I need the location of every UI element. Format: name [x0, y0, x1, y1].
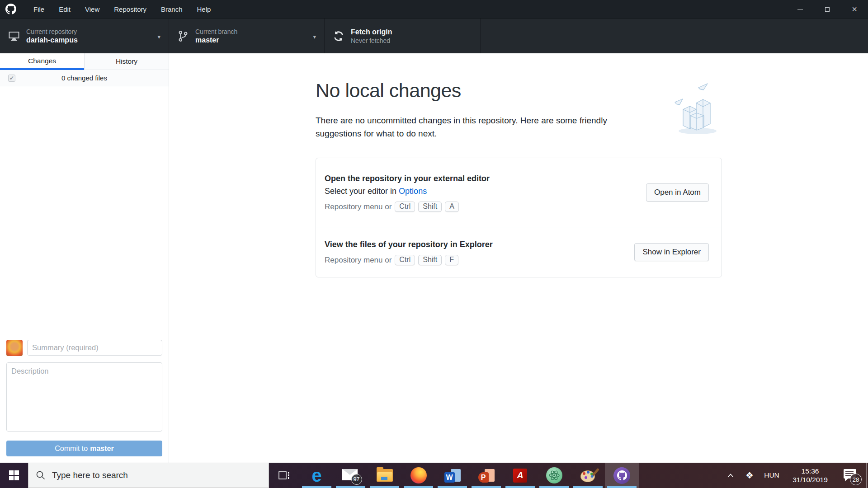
sync-icon	[333, 30, 344, 42]
device-desktop-icon	[8, 30, 20, 42]
task-view-icon	[278, 470, 290, 480]
running-indicator	[472, 486, 501, 488]
windows-logo-icon	[9, 470, 19, 480]
current-branch-label: Current branch	[195, 28, 237, 36]
taskbar-github-desktop[interactable]	[605, 463, 639, 488]
edge-icon: e	[311, 466, 321, 484]
restore-button[interactable]	[814, 0, 841, 18]
github-desktop-window: File Edit View Repository Branch Help × …	[0, 0, 868, 488]
options-link[interactable]: Options	[399, 187, 427, 196]
sidebar-tabs: Changes History	[0, 53, 169, 70]
fetch-origin-button[interactable]: Fetch origin Never fetched	[325, 19, 481, 54]
close-button[interactable]: ×	[841, 0, 868, 18]
menu-help[interactable]: Help	[190, 0, 218, 18]
changed-files-count: 0 changed files	[61, 74, 107, 82]
commit-form: Commit tomaster	[0, 333, 169, 463]
taskbar-search[interactable]	[28, 463, 269, 488]
acrobat-icon: A	[513, 469, 527, 483]
key-f: F	[445, 255, 458, 265]
commit-button[interactable]: Commit tomaster	[6, 441, 162, 456]
taskbar-powerpoint[interactable]: P	[469, 463, 503, 488]
action-center-button[interactable]: 28	[836, 463, 864, 488]
menu-file[interactable]: File	[26, 0, 52, 18]
taskbar-acrobat[interactable]: A	[503, 463, 537, 488]
github-desktop-icon	[613, 467, 630, 484]
shortcut-hint: Repository menu or	[325, 202, 392, 211]
menu-view[interactable]: View	[78, 0, 107, 18]
show-in-explorer-button[interactable]: Show in Explorer	[634, 243, 709, 261]
tab-history[interactable]: History	[84, 53, 169, 70]
commit-button-branch: master	[90, 445, 113, 452]
paint-icon	[580, 469, 596, 482]
commit-description-input[interactable]	[6, 362, 162, 432]
file-explorer-icon	[377, 469, 393, 482]
git-branch-icon	[177, 30, 189, 42]
mail-badge: 97	[351, 474, 362, 485]
menu-edit[interactable]: Edit	[52, 0, 78, 18]
minimize-button[interactable]	[787, 0, 814, 18]
clock[interactable]: 15:36 31/10/2019	[785, 463, 835, 488]
running-indicator	[302, 486, 331, 488]
running-indicator	[336, 486, 365, 488]
shortcut-hint: Repository menu or	[325, 256, 392, 265]
titlebar: File Edit View Repository Branch Help ×	[0, 0, 868, 18]
clock-time: 15:36	[802, 467, 819, 475]
suggestion-show-explorer: View the files of your repository in Exp…	[316, 227, 722, 277]
fetch-origin-status: Never fetched	[351, 37, 392, 45]
notification-badge: 28	[850, 474, 862, 485]
clock-date: 31/10/2019	[793, 475, 828, 484]
open-in-atom-button[interactable]: Open in Atom	[646, 183, 709, 202]
taskbar-mail[interactable]: 97	[334, 463, 368, 488]
task-view-button[interactable]	[269, 463, 300, 488]
close-icon: ×	[852, 5, 857, 14]
current-repository-dropdown[interactable]: Current repository dariah-campus ▾	[0, 19, 169, 54]
restore-icon	[825, 7, 830, 12]
changed-files-row: ✓ 0 changed files	[0, 70, 169, 86]
word-icon: W	[444, 468, 461, 483]
taskbar-edge[interactable]: e	[300, 463, 334, 488]
suggestion-title: Open the repository in your external edi…	[325, 173, 490, 184]
select-all-checkbox[interactable]: ✓	[8, 75, 15, 82]
taskbar-atom[interactable]	[537, 463, 571, 488]
search-input[interactable]	[52, 470, 269, 480]
key-shift: Shift	[418, 255, 442, 265]
key-shift: Shift	[418, 202, 442, 212]
menu-bar: File Edit View Repository Branch Help	[26, 0, 218, 18]
sidebar: Changes History ✓ 0 changed files Commit…	[0, 53, 169, 463]
window-controls: ×	[787, 0, 868, 18]
taskbar-file-explorer[interactable]	[368, 463, 401, 488]
suggestion-title: View the files of your repository in Exp…	[325, 239, 493, 250]
key-a: A	[445, 202, 459, 212]
minimize-icon	[797, 9, 803, 9]
commit-summary-input[interactable]	[27, 340, 162, 356]
menu-repository[interactable]: Repository	[107, 0, 154, 18]
page-title: No local changes	[316, 80, 461, 102]
current-branch-dropdown[interactable]: Current branch master ▾	[169, 19, 325, 54]
running-indicator	[573, 486, 603, 488]
show-desktop-button[interactable]	[866, 463, 867, 488]
mail-icon: 97	[342, 468, 359, 483]
suggestion-text: Select your editor in	[325, 187, 396, 196]
dropbox-tray-icon[interactable]: ❖	[741, 463, 759, 488]
chevron-up-icon	[727, 474, 734, 478]
running-indicator	[539, 486, 569, 488]
taskbar-firefox[interactable]	[401, 463, 435, 488]
taskbar-paint[interactable]	[571, 463, 605, 488]
chevron-down-icon: ▾	[157, 33, 160, 40]
current-repository-value: dariah-campus	[26, 36, 78, 45]
firefox-icon	[410, 467, 427, 483]
powerpoint-icon: P	[478, 468, 495, 483]
start-button[interactable]	[0, 463, 28, 488]
taskbar-word[interactable]: W	[435, 463, 469, 488]
running-indicator	[607, 486, 637, 488]
page-subtitle: There are no uncommitted changes in this…	[316, 114, 655, 140]
commit-button-prefix: Commit to	[55, 445, 88, 452]
menu-branch[interactable]: Branch	[154, 0, 190, 18]
language-indicator[interactable]: HUN	[760, 463, 784, 488]
running-indicator	[404, 486, 433, 488]
tray-expand-button[interactable]	[722, 463, 740, 488]
atom-icon	[546, 467, 562, 483]
taskbar-apps: e 97	[300, 463, 639, 488]
tab-changes[interactable]: Changes	[0, 53, 84, 70]
current-branch-value: master	[195, 36, 237, 45]
